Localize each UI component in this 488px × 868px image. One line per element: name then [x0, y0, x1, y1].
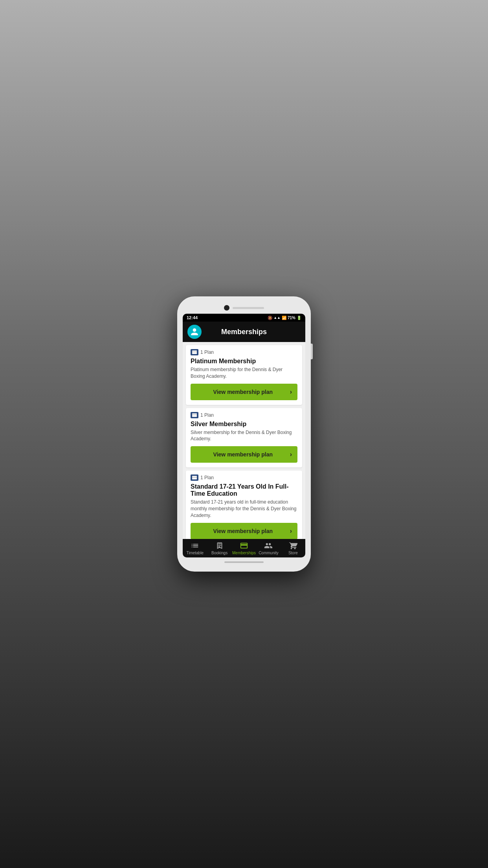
home-bar-container [183, 561, 305, 563]
plan-badge-1: 1 Plan [191, 349, 297, 355]
view-plan-button-platinum[interactable]: View membership plan › [191, 384, 297, 400]
timetable-icon [191, 541, 199, 550]
membership-card-standard-youth: 1 Plan Standard 17-21 Years Old In Full-… [186, 471, 302, 539]
plan-icon-svg-3 [192, 476, 197, 480]
camera [224, 305, 229, 311]
bookings-label: Bookings [211, 551, 227, 555]
membership-desc-platinum: Platinum membership for the Dennis & Dye… [191, 366, 297, 380]
avatar[interactable] [187, 325, 202, 339]
home-bar [224, 561, 264, 563]
header-title: Memberships [205, 328, 283, 336]
svg-rect-5 [192, 477, 197, 478]
avatar-icon [190, 327, 199, 336]
timetable-label: Timetable [186, 551, 204, 555]
wifi-icon: ▲▲ [273, 316, 281, 320]
membership-card-platinum: 1 Plan Platinum Membership Platinum memb… [186, 345, 302, 405]
side-button [311, 344, 313, 359]
plan-count-1: 1 Plan [200, 349, 214, 355]
svg-rect-3 [192, 414, 197, 415]
view-plan-label-platinum: View membership plan [196, 389, 290, 395]
chevron-right-icon-1: › [290, 388, 292, 395]
status-bar: 12:44 🔕 ▲▲ 📶 71% 🔋 [183, 314, 305, 322]
membership-title-platinum: Platinum Membership [191, 358, 297, 365]
membership-title-standard-youth: Standard 17-21 Years Old In Full-Time Ed… [191, 483, 297, 497]
nav-item-store[interactable]: Store [281, 541, 305, 555]
battery-level: 71% [288, 316, 295, 320]
battery-icon: 🔋 [297, 316, 301, 320]
plan-badge-3: 1 Plan [191, 474, 297, 481]
view-plan-label-silver: View membership plan [196, 451, 290, 458]
view-plan-button-silver[interactable]: View membership plan › [191, 446, 297, 463]
plan-icon-svg-2 [192, 413, 197, 417]
membership-desc-silver: Silver membership for the Dennis & Dyer … [191, 429, 297, 443]
bookings-icon [215, 541, 224, 550]
phone-screen: 12:44 🔕 ▲▲ 📶 71% 🔋 Memberships [183, 314, 305, 557]
content-scroll[interactable]: 1 Plan Platinum Membership Platinum memb… [183, 342, 305, 539]
plan-count-2: 1 Plan [200, 412, 214, 418]
plan-icon-1 [191, 349, 198, 355]
membership-desc-standard-youth: Standard 17-21 years old in full-time ed… [191, 499, 297, 519]
membership-title-silver: Silver Membership [191, 421, 297, 428]
nav-item-community[interactable]: Community [256, 541, 281, 555]
plan-icon-2 [191, 412, 198, 418]
store-icon [289, 541, 297, 550]
plan-icon-3 [191, 474, 198, 481]
mute-icon: 🔕 [268, 316, 272, 320]
chevron-right-icon-3: › [290, 528, 292, 535]
community-label: Community [259, 551, 279, 555]
community-icon [264, 541, 273, 550]
phone-device: 12:44 🔕 ▲▲ 📶 71% 🔋 Memberships [177, 296, 311, 572]
plan-icon-svg-1 [192, 350, 197, 354]
memberships-icon [240, 541, 248, 550]
status-right: 🔕 ▲▲ 📶 71% 🔋 [268, 316, 301, 320]
store-label: Store [288, 551, 298, 555]
membership-card-silver: 1 Plan Silver Membership Silver membersh… [186, 408, 302, 468]
plan-badge-2: 1 Plan [191, 412, 297, 418]
view-plan-label-standard-youth: View membership plan [196, 528, 290, 534]
view-plan-button-standard-youth[interactable]: View membership plan › [191, 523, 297, 539]
nav-item-bookings[interactable]: Bookings [207, 541, 231, 555]
bottom-nav: Timetable Bookings Memberships Community [183, 539, 305, 557]
status-time: 12:44 [187, 315, 198, 320]
chevron-right-icon-2: › [290, 451, 292, 458]
svg-rect-1 [192, 352, 197, 353]
signal-icon: 📶 [282, 316, 286, 320]
memberships-label: Memberships [232, 551, 256, 555]
plan-count-3: 1 Plan [200, 475, 214, 480]
phone-notch [183, 303, 305, 312]
app-header: Memberships [183, 322, 305, 342]
nav-item-memberships[interactable]: Memberships [232, 541, 256, 555]
speaker [233, 307, 264, 309]
nav-item-timetable[interactable]: Timetable [183, 541, 207, 555]
